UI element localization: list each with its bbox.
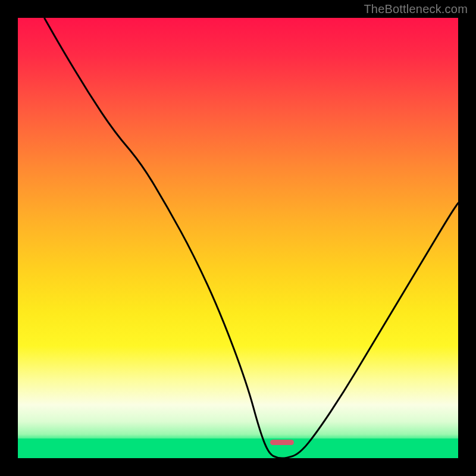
- plot-area: [18, 18, 458, 458]
- optimal-marker: [270, 440, 295, 445]
- chart-frame: TheBottleneck.com: [0, 0, 476, 476]
- curve-svg: [18, 18, 458, 458]
- bottleneck-curve: [44, 18, 458, 458]
- watermark-text: TheBottleneck.com: [364, 2, 468, 16]
